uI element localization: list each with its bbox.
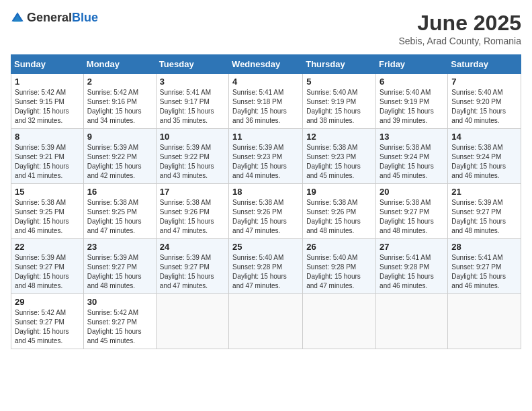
calendar-week-row: 15 Sunrise: 5:38 AM Sunset: 9:25 PM Dayl… — [11, 184, 521, 239]
calendar-day-cell: 27 Sunrise: 5:41 AM Sunset: 9:28 PM Dayl… — [376, 239, 448, 294]
day-info: Sunrise: 5:39 AM Sunset: 9:22 PM Dayligh… — [160, 143, 225, 181]
day-number: 25 — [232, 242, 299, 252]
day-info: Sunrise: 5:39 AM Sunset: 9:21 PM Dayligh… — [15, 143, 80, 181]
calendar-day-cell: 18 Sunrise: 5:38 AM Sunset: 9:26 PM Dayl… — [229, 184, 303, 239]
day-info: Sunrise: 5:39 AM Sunset: 9:27 PM Dayligh… — [451, 198, 517, 236]
day-number: 1 — [15, 77, 80, 87]
day-info: Sunrise: 5:42 AM Sunset: 9:27 PM Dayligh… — [87, 308, 152, 346]
calendar-day-cell — [229, 294, 303, 349]
day-info: Sunrise: 5:40 AM Sunset: 9:19 PM Dayligh… — [380, 88, 444, 126]
calendar-day-cell: 1 Sunrise: 5:42 AM Sunset: 9:15 PM Dayli… — [11, 74, 84, 129]
day-number: 12 — [306, 132, 372, 142]
day-number: 10 — [160, 132, 225, 142]
day-info: Sunrise: 5:40 AM Sunset: 9:19 PM Dayligh… — [306, 88, 372, 126]
day-number: 20 — [380, 187, 444, 197]
day-number: 13 — [380, 132, 444, 142]
day-number: 6 — [380, 77, 444, 87]
day-info: Sunrise: 5:38 AM Sunset: 9:26 PM Dayligh… — [160, 198, 225, 236]
day-info: Sunrise: 5:40 AM Sunset: 9:28 PM Dayligh… — [306, 253, 372, 291]
calendar-header-row: SundayMondayTuesdayWednesdayThursdayFrid… — [11, 55, 521, 74]
calendar-day-cell — [448, 294, 521, 349]
location-title: Sebis, Arad County, Romania — [398, 36, 521, 46]
calendar-week-row: 1 Sunrise: 5:42 AM Sunset: 9:15 PM Dayli… — [11, 74, 521, 129]
day-info: Sunrise: 5:41 AM Sunset: 9:18 PM Dayligh… — [232, 88, 299, 126]
day-of-week-header: Tuesday — [156, 55, 228, 74]
day-number: 28 — [451, 242, 517, 252]
day-number: 2 — [87, 77, 152, 87]
day-of-week-header: Friday — [376, 55, 448, 74]
day-info: Sunrise: 5:38 AM Sunset: 9:25 PM Dayligh… — [15, 198, 80, 236]
day-number: 9 — [87, 132, 152, 142]
calendar-day-cell: 15 Sunrise: 5:38 AM Sunset: 9:25 PM Dayl… — [11, 184, 84, 239]
calendar-day-cell: 12 Sunrise: 5:38 AM Sunset: 9:23 PM Dayl… — [303, 129, 376, 184]
calendar-day-cell: 22 Sunrise: 5:39 AM Sunset: 9:27 PM Dayl… — [11, 239, 84, 294]
calendar-day-cell: 5 Sunrise: 5:40 AM Sunset: 9:19 PM Dayli… — [303, 74, 376, 129]
day-info: Sunrise: 5:41 AM Sunset: 9:28 PM Dayligh… — [380, 253, 444, 291]
logo-icon — [11, 11, 24, 25]
day-of-week-header: Sunday — [11, 55, 84, 74]
day-info: Sunrise: 5:40 AM Sunset: 9:28 PM Dayligh… — [232, 253, 299, 291]
calendar-day-cell: 2 Sunrise: 5:42 AM Sunset: 9:16 PM Dayli… — [83, 74, 156, 129]
day-number: 18 — [232, 187, 299, 197]
title-area: June 2025 Sebis, Arad County, Romania — [398, 11, 521, 46]
day-info: Sunrise: 5:38 AM Sunset: 9:24 PM Dayligh… — [380, 143, 444, 181]
calendar-day-cell: 13 Sunrise: 5:38 AM Sunset: 9:24 PM Dayl… — [376, 129, 448, 184]
calendar-day-cell: 24 Sunrise: 5:39 AM Sunset: 9:27 PM Dayl… — [156, 239, 228, 294]
day-of-week-header: Monday — [83, 55, 156, 74]
calendar-day-cell: 21 Sunrise: 5:39 AM Sunset: 9:27 PM Dayl… — [448, 184, 521, 239]
day-number: 16 — [87, 187, 152, 197]
calendar-day-cell — [303, 294, 376, 349]
day-of-week-header: Saturday — [448, 55, 521, 74]
day-number: 27 — [380, 242, 444, 252]
calendar-week-row: 8 Sunrise: 5:39 AM Sunset: 9:21 PM Dayli… — [11, 129, 521, 184]
calendar-day-cell — [156, 294, 228, 349]
day-info: Sunrise: 5:42 AM Sunset: 9:15 PM Dayligh… — [15, 88, 80, 126]
day-info: Sunrise: 5:39 AM Sunset: 9:23 PM Dayligh… — [232, 143, 299, 181]
calendar-day-cell: 28 Sunrise: 5:41 AM Sunset: 9:27 PM Dayl… — [448, 239, 521, 294]
month-title: June 2025 — [398, 11, 521, 36]
day-info: Sunrise: 5:40 AM Sunset: 9:20 PM Dayligh… — [451, 88, 517, 126]
calendar-day-cell: 23 Sunrise: 5:39 AM Sunset: 9:27 PM Dayl… — [83, 239, 156, 294]
day-number: 7 — [451, 77, 517, 87]
day-number: 15 — [15, 187, 80, 197]
day-info: Sunrise: 5:42 AM Sunset: 9:16 PM Dayligh… — [87, 88, 152, 126]
day-info: Sunrise: 5:38 AM Sunset: 9:26 PM Dayligh… — [232, 198, 299, 236]
day-info: Sunrise: 5:38 AM Sunset: 9:27 PM Dayligh… — [380, 198, 444, 236]
logo: GeneralBlue — [11, 11, 98, 25]
day-number: 11 — [232, 132, 299, 142]
calendar-day-cell: 14 Sunrise: 5:38 AM Sunset: 9:24 PM Dayl… — [448, 129, 521, 184]
day-info: Sunrise: 5:38 AM Sunset: 9:25 PM Dayligh… — [87, 198, 152, 236]
day-number: 4 — [232, 77, 299, 87]
day-number: 19 — [306, 187, 372, 197]
calendar-day-cell — [376, 294, 448, 349]
logo-text-general: General — [27, 11, 72, 24]
calendar-day-cell: 6 Sunrise: 5:40 AM Sunset: 9:19 PM Dayli… — [376, 74, 448, 129]
calendar-week-row: 29 Sunrise: 5:42 AM Sunset: 9:27 PM Dayl… — [11, 294, 521, 349]
day-info: Sunrise: 5:39 AM Sunset: 9:27 PM Dayligh… — [15, 253, 80, 291]
day-info: Sunrise: 5:39 AM Sunset: 9:27 PM Dayligh… — [160, 253, 225, 291]
day-of-week-header: Wednesday — [229, 55, 303, 74]
day-number: 5 — [306, 77, 372, 87]
day-number: 21 — [451, 187, 517, 197]
calendar-week-row: 22 Sunrise: 5:39 AM Sunset: 9:27 PM Dayl… — [11, 239, 521, 294]
day-info: Sunrise: 5:38 AM Sunset: 9:24 PM Dayligh… — [451, 143, 517, 181]
page-header: GeneralBlue June 2025 Sebis, Arad County… — [11, 11, 521, 46]
day-number: 8 — [15, 132, 80, 142]
calendar-day-cell: 26 Sunrise: 5:40 AM Sunset: 9:28 PM Dayl… — [303, 239, 376, 294]
calendar-day-cell: 8 Sunrise: 5:39 AM Sunset: 9:21 PM Dayli… — [11, 129, 84, 184]
calendar-day-cell: 30 Sunrise: 5:42 AM Sunset: 9:27 PM Dayl… — [83, 294, 156, 349]
calendar-day-cell: 10 Sunrise: 5:39 AM Sunset: 9:22 PM Dayl… — [156, 129, 228, 184]
day-number: 3 — [160, 77, 225, 87]
calendar-day-cell: 25 Sunrise: 5:40 AM Sunset: 9:28 PM Dayl… — [229, 239, 303, 294]
day-number: 30 — [87, 297, 152, 307]
day-number: 24 — [160, 242, 225, 252]
day-number: 29 — [15, 297, 80, 307]
calendar-table: SundayMondayTuesdayWednesdayThursdayFrid… — [11, 54, 521, 349]
calendar-body: 1 Sunrise: 5:42 AM Sunset: 9:15 PM Dayli… — [11, 74, 521, 349]
calendar-day-cell: 20 Sunrise: 5:38 AM Sunset: 9:27 PM Dayl… — [376, 184, 448, 239]
calendar-day-cell: 29 Sunrise: 5:42 AM Sunset: 9:27 PM Dayl… — [11, 294, 84, 349]
day-info: Sunrise: 5:39 AM Sunset: 9:27 PM Dayligh… — [87, 253, 152, 291]
day-of-week-header: Thursday — [303, 55, 376, 74]
day-number: 26 — [306, 242, 372, 252]
calendar-day-cell: 17 Sunrise: 5:38 AM Sunset: 9:26 PM Dayl… — [156, 184, 228, 239]
